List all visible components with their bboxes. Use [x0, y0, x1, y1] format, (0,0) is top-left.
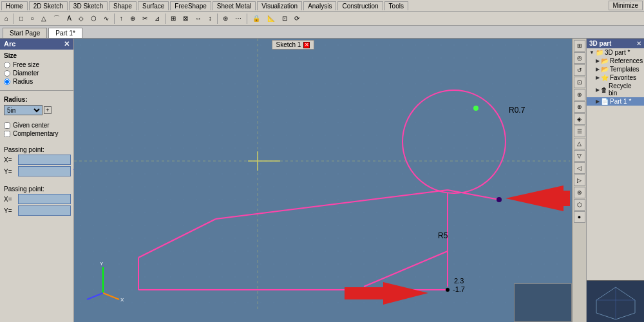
- menu-shape[interactable]: Shape: [109, 1, 137, 10]
- x1-input[interactable]: [18, 155, 71, 165]
- radius-add-btn[interactable]: +: [44, 106, 52, 114]
- sketch-tab: Sketch 1 ✕: [272, 40, 315, 50]
- x2-input[interactable]: [18, 194, 71, 204]
- view-btn-11[interactable]: ◁: [574, 162, 585, 174]
- view-btn-5[interactable]: ⊕: [574, 89, 585, 100]
- view-btn-7[interactable]: ◈: [574, 113, 585, 125]
- toolbar-btn-13[interactable]: ⊿: [151, 14, 163, 23]
- tree-label-3dpart: 3D part *: [605, 49, 630, 56]
- view-btn-12[interactable]: ▷: [574, 175, 585, 186]
- toolbar-btn-10[interactable]: ↑: [117, 14, 126, 23]
- radio-diameter-input[interactable]: [4, 70, 10, 77]
- toolbar-btn-8[interactable]: ⬡: [88, 14, 100, 23]
- toolbar-btn-3[interactable]: ○: [27, 14, 37, 23]
- icon-toolbar: ⌂ □ ○ △ ⌒ A ◇ ⬡ ∿ ↑ ⊕ ✂ ⊿ ⊞ ⊠ ↔ ↕ ⊛ ⋯ 🔒 …: [0, 12, 644, 26]
- y2-row: Y=: [4, 205, 70, 216]
- tab-bar: Start Page Part 1*: [0, 26, 644, 39]
- tree-item-templates[interactable]: ▶ 📂 Templates: [587, 65, 644, 73]
- toolbar-btn-20[interactable]: 🔒: [249, 14, 263, 23]
- panel-close-btn[interactable]: ✕: [64, 40, 70, 48]
- toolbar-btn-22[interactable]: ⊡: [279, 14, 290, 23]
- toolbar-btn-16[interactable]: ↔: [192, 14, 205, 23]
- tab-part1[interactable]: Part 1*: [48, 28, 82, 38]
- right-panel-header: 3D part ✕: [587, 39, 644, 48]
- radio-radius[interactable]: Radius: [4, 78, 70, 85]
- tree-item-favorites[interactable]: ▶ ⭐ Favorites: [587, 73, 644, 82]
- toolbar-btn-12[interactable]: ✂: [139, 14, 151, 23]
- view-btn-2[interactable]: ◎: [574, 52, 585, 64]
- tree-label-templates: Templates: [610, 66, 639, 73]
- tree-label-part1: Part 1 *: [610, 98, 631, 105]
- radio-diameter-label: Diameter: [13, 70, 39, 77]
- view-btn-9[interactable]: △: [574, 138, 585, 149]
- y1-label: Y=: [4, 168, 17, 175]
- menu-home[interactable]: Home: [1, 1, 28, 10]
- passing-point1-section: Passing point: X= Y= *: [0, 141, 73, 180]
- radio-free-size[interactable]: Free size: [4, 61, 70, 68]
- bin-icon-recyclebin: 🗑: [601, 86, 607, 93]
- menu-tools[interactable]: Tools: [384, 1, 408, 10]
- menu-analysis[interactable]: Analysis: [303, 1, 336, 10]
- view-btn-1[interactable]: ⊞: [574, 40, 585, 52]
- complementary-check[interactable]: Complementary: [4, 130, 70, 137]
- given-center-check[interactable]: Given center: [4, 122, 70, 129]
- y2-input[interactable]: [18, 205, 71, 216]
- axes-indicator: Y X: [80, 258, 126, 303]
- toolbar-btn-21[interactable]: 📐: [264, 14, 278, 23]
- given-center-input[interactable]: [4, 122, 10, 129]
- toolbar-btn-6[interactable]: A: [64, 14, 75, 23]
- left-panel: ✕ Arc Size Free size Diameter Radius: [0, 39, 74, 322]
- toolbar-btn-9[interactable]: ∿: [100, 14, 112, 23]
- minimize-button[interactable]: Minimize: [609, 1, 643, 10]
- menu-surface[interactable]: Surface: [138, 1, 169, 10]
- tree-item-references[interactable]: ▶ 📂 References: [587, 57, 644, 65]
- toolbar-btn-11[interactable]: ⊕: [127, 14, 138, 23]
- toolbar-btn-18[interactable]: ⊛: [220, 14, 231, 23]
- svg-text:Y: Y: [100, 261, 104, 267]
- complementary-input[interactable]: [4, 131, 10, 137]
- toolbar-btn-17[interactable]: ↕: [205, 14, 215, 23]
- toolbar-btn-23[interactable]: ⟳: [291, 14, 303, 23]
- tree-label-recyclebin: Recycle bin: [609, 82, 641, 97]
- y1-row: Y= *: [4, 166, 70, 176]
- x2-row: X=: [4, 194, 70, 204]
- view-btn-8[interactable]: ☰: [574, 126, 585, 137]
- toolbar-btn-7[interactable]: ◇: [75, 14, 87, 23]
- toolbar-btn-4[interactable]: △: [38, 14, 50, 23]
- view-btn-6[interactable]: ⊗: [574, 101, 585, 113]
- tree-item-recyclebin[interactable]: ▶ 🗑 Recycle bin: [587, 82, 644, 97]
- view-btn-3[interactable]: ↺: [574, 64, 585, 76]
- toolbar-btn-1[interactable]: ⌂: [1, 14, 12, 23]
- toolbar-btn-19[interactable]: ⋯: [232, 14, 245, 23]
- radius-select[interactable]: 5in: [4, 105, 43, 115]
- main-layout: ✕ Arc Size Free size Diameter Radius: [0, 39, 644, 322]
- menu-visualization[interactable]: Visualization: [257, 1, 302, 10]
- menu-2d-sketch[interactable]: 2D Sketch: [29, 1, 68, 10]
- toolbar-btn-15[interactable]: ⊠: [180, 14, 191, 23]
- menu-sheet-metal[interactable]: Sheet Metal: [213, 1, 256, 10]
- toolbar-btn-14[interactable]: ⊞: [167, 14, 179, 23]
- y1-input[interactable]: [18, 166, 71, 176]
- right-panel-close-btn[interactable]: ✕: [636, 40, 641, 47]
- radio-free-size-input[interactable]: [4, 62, 10, 68]
- sketch-tab-close-btn[interactable]: ✕: [303, 42, 310, 48]
- view-btn-15[interactable]: ●: [574, 211, 585, 223]
- expand-icon-part1: ▶: [596, 99, 600, 104]
- folder-icon-templates: 📂: [601, 66, 609, 73]
- toolbar-btn-2[interactable]: □: [16, 14, 26, 23]
- radio-diameter[interactable]: Diameter: [4, 70, 70, 77]
- radio-radius-input[interactable]: [4, 79, 10, 85]
- menu-3d-sketch[interactable]: 3D Sketch: [69, 1, 108, 10]
- menu-construction[interactable]: Construction: [337, 1, 383, 10]
- view-btn-13[interactable]: ⊛: [574, 187, 585, 198]
- divider-1: [0, 90, 73, 91]
- view-btn-10[interactable]: ▽: [574, 150, 585, 162]
- view-btn-14[interactable]: ⬡: [574, 199, 585, 211]
- menu-freeshape[interactable]: FreeShape: [170, 1, 211, 10]
- view-btn-4[interactable]: ⊡: [574, 77, 585, 88]
- toolbar-btn-5[interactable]: ⌒: [50, 13, 63, 24]
- tab-start-page[interactable]: Start Page: [3, 28, 47, 38]
- tree-item-part1[interactable]: ▶ 📄 Part 1 *: [587, 97, 644, 106]
- panel-title: ✕ Arc: [0, 39, 73, 50]
- tree-item-3dpart[interactable]: ▼ 📁 3D part *: [587, 48, 644, 57]
